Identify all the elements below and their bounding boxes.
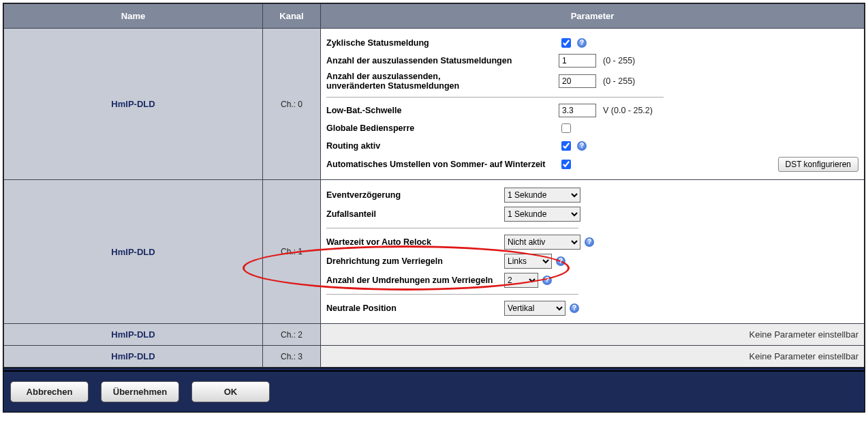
- auto-relock-wait-select[interactable]: Nicht aktiv: [504, 235, 580, 250]
- dst-checkbox[interactable]: [561, 160, 571, 169]
- skip-count-label: Anzahl der auszulassenden Statusmeldunge…: [326, 56, 555, 65]
- no-params-label: Keine Parameter einstellbar: [321, 346, 865, 368]
- device-name: HmIP-DLD: [4, 346, 263, 368]
- neutral-position-label: Neutrale Position: [326, 303, 500, 313]
- random-share-select[interactable]: 1 Sekunde: [504, 207, 580, 222]
- help-icon[interactable]: ?: [570, 303, 579, 313]
- col-kanal: Kanal: [263, 4, 321, 29]
- ok-button[interactable]: OK: [191, 381, 270, 402]
- table-row: HmIP-DLD Ch.: 1 Eventverzögerung 1 Sekun…: [4, 180, 865, 324]
- skip-count-input[interactable]: [559, 54, 596, 68]
- help-icon[interactable]: ?: [577, 38, 587, 48]
- table-row: HmIP-DLD Ch.: 0 Zyklische Statusmeldung …: [4, 29, 865, 180]
- global-lock-label: Globale Bediensperre: [326, 123, 555, 133]
- apply-button[interactable]: Übernehmen: [101, 381, 179, 402]
- table-row: HmIP-DLD Ch.: 3 Keine Parameter einstell…: [4, 346, 865, 368]
- event-delay-select[interactable]: 1 Sekunde: [504, 188, 580, 203]
- channel-label: Ch.: 1: [263, 180, 321, 324]
- lowbat-hint: V (0.0 - 25.2): [603, 106, 653, 115]
- device-param-table: Name Kanal Parameter HmIP-DLD Ch.: 0 Zyk…: [3, 3, 865, 368]
- help-icon[interactable]: ?: [585, 237, 594, 247]
- lock-direction-select[interactable]: Links: [504, 254, 552, 269]
- global-lock-checkbox[interactable]: [561, 123, 571, 133]
- device-name: HmIP-DLD: [4, 180, 263, 324]
- skip-count-hint: (0 - 255): [603, 56, 635, 65]
- cyclic-status-label: Zyklische Statusmeldung: [326, 38, 555, 48]
- lowbat-input[interactable]: [559, 104, 596, 117]
- random-share-label: Zufallsanteil: [326, 209, 500, 219]
- skip-unchanged-label: Anzahl der auszulassenden, unveränderten…: [326, 72, 555, 91]
- event-delay-label: Eventverzögerung: [326, 190, 500, 200]
- cyclic-status-checkbox[interactable]: [561, 38, 571, 48]
- dst-configure-button[interactable]: DST konfigurieren: [778, 157, 859, 172]
- routing-checkbox[interactable]: [561, 141, 571, 151]
- cancel-button[interactable]: Abbrechen: [10, 381, 89, 402]
- table-row: HmIP-DLD Ch.: 2 Keine Parameter einstell…: [4, 324, 865, 346]
- col-parameter: Parameter: [321, 4, 865, 29]
- help-icon[interactable]: ?: [577, 141, 587, 151]
- lock-turns-select[interactable]: 2: [504, 273, 538, 288]
- auto-relock-wait-label: Wartezeit vor Auto Relock: [326, 237, 500, 247]
- dst-label: Automatisches Umstellen von Sommer- auf …: [326, 160, 555, 169]
- device-name: HmIP-DLD: [4, 324, 263, 346]
- device-name: HmIP-DLD: [4, 29, 263, 180]
- lowbat-label: Low-Bat.-Schwelle: [326, 106, 555, 115]
- lock-turns-label: Anzahl der Umdrehungen zum Verriegeln: [326, 276, 500, 285]
- skip-unchanged-hint: (0 - 255): [603, 76, 635, 86]
- help-icon[interactable]: ?: [556, 256, 565, 266]
- no-params-label: Keine Parameter einstellbar: [321, 324, 865, 346]
- routing-label: Routing aktiv: [326, 141, 555, 151]
- channel-label: Ch.: 2: [263, 324, 321, 346]
- channel-label: Ch.: 0: [263, 29, 321, 180]
- lock-direction-label: Drehrichtung zum Verriegeln: [326, 256, 500, 266]
- skip-unchanged-input[interactable]: [559, 74, 596, 88]
- col-name: Name: [4, 4, 263, 29]
- neutral-position-select[interactable]: Vertikal: [504, 301, 565, 316]
- channel-label: Ch.: 3: [263, 346, 321, 368]
- help-icon[interactable]: ?: [542, 276, 552, 285]
- footer-bar: Abbrechen Übernehmen OK: [3, 370, 865, 412]
